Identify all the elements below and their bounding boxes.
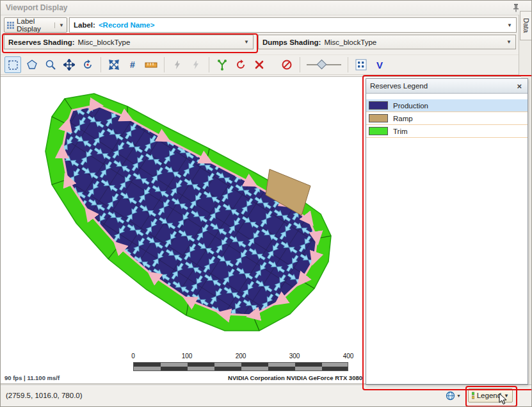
vertices-icon: V [376, 60, 383, 71]
ruler-icon [145, 60, 157, 70]
toolbar-separator [101, 57, 101, 72]
polygon-select-button[interactable] [24, 57, 40, 72]
point-display-button[interactable] [353, 57, 369, 72]
rotate-icon [82, 59, 93, 71]
point-display-icon [355, 59, 367, 71]
refresh-red-icon [235, 59, 246, 71]
delete-x-icon [254, 60, 264, 70]
pin-icon[interactable] [512, 3, 520, 12]
legend-item-label: Ramp [393, 115, 413, 122]
fps-readout: 90 fps | 11.100 ms/f [4, 374, 60, 381]
marquee-select-icon [8, 60, 19, 71]
coordinates-readout: (2759.5, 1016.0, 780.0) [6, 392, 83, 399]
vertices-button[interactable]: V [372, 57, 387, 72]
legend-list: Production Ramp Trim [366, 94, 528, 138]
label-display-button[interactable]: Label Display ▼ [4, 17, 67, 33]
scale-tick: 0 [131, 353, 135, 360]
no-entry-icon [281, 59, 293, 71]
polygon-select-icon [26, 59, 38, 71]
label-display-icon [7, 21, 14, 29]
marquee-select-button[interactable] [4, 56, 21, 73]
rotate-button[interactable] [80, 57, 95, 72]
reserves-shading-prefix: Reserves Shading: [8, 38, 75, 46]
chevron-down-icon: ▼ [503, 39, 512, 45]
dumps-shading-value: Misc_blockType [324, 38, 376, 46]
toolbar-separator [164, 57, 165, 72]
mouse-cursor [499, 393, 508, 406]
link-disabled-button[interactable] [170, 57, 185, 72]
scale-tick: 200 [236, 353, 246, 360]
legend-item-ramp[interactable]: Ramp [366, 112, 528, 125]
color-swatch-production [369, 101, 388, 110]
legend-item-production[interactable]: Production [366, 99, 528, 112]
pan-icon [63, 59, 75, 71]
grid-button[interactable]: # [125, 57, 140, 72]
reserves-legend-title-bar[interactable]: Reserves Legend × [366, 79, 528, 94]
tab-data[interactable]: Data [520, 11, 531, 40]
toolbar-separator [300, 57, 300, 72]
panel-title: Viewport Display [6, 3, 67, 12]
zoom-button[interactable] [43, 57, 58, 72]
reserves-shading-value: Misc_blockType [78, 38, 131, 46]
reserves-shading-combo[interactable]: Reserves Shading: Misc_blockType ▼ [4, 35, 254, 49]
scale-tick: 300 [289, 353, 300, 360]
toolbar-separator [209, 57, 209, 72]
label-combo-prefix: Label: [74, 21, 95, 29]
viewport-display-window: Viewport Display Label Display ▼ Label: … [0, 0, 532, 407]
reserves-legend-title: Reserves Legend [370, 82, 428, 90]
toolbar-separator [348, 57, 348, 72]
chevron-down-icon: ▼ [503, 22, 512, 28]
scale-bar: 0 100 200 300 400 [132, 353, 353, 374]
chevron-down-icon: ▼ [456, 394, 461, 398]
grid-icon: # [130, 60, 135, 70]
scale-tick: 400 [343, 353, 354, 360]
branch-icon [216, 59, 228, 71]
delete-button[interactable] [252, 57, 267, 72]
chevron-down-icon: ▼ [240, 39, 249, 45]
link-disabled-icon [172, 60, 182, 70]
label-display-label: Label Display [17, 17, 54, 33]
chevron-down-icon: ▼ [54, 22, 64, 28]
globe-icon [446, 391, 455, 401]
measure-button[interactable] [143, 57, 159, 72]
reserves-legend-panel: Reserves Legend × Production Ramp Trim [366, 78, 528, 385]
dumps-shading-prefix: Dumps Shading: [262, 38, 321, 46]
scale-bar-segments [133, 362, 348, 371]
legend-item-label: Trim [393, 128, 408, 135]
viewport-toolbar: # V [1, 54, 520, 75]
panel-title-bar: Viewport Display [1, 1, 531, 15]
scale-tick: 100 [182, 353, 193, 360]
legend-button-label: Legend [477, 392, 501, 399]
branch-button[interactable] [214, 57, 230, 72]
zoom-extents-button[interactable] [106, 57, 122, 72]
label-combo[interactable]: Label: <Record Name> ▼ [69, 17, 517, 33]
tab-data-label: Data [522, 18, 530, 33]
gpu-readout: NVIDIA Corporation NVIDIA GeForce RTX 30… [228, 374, 362, 381]
dumps-shading-combo[interactable]: Dumps Shading: Misc_blockType ▼ [258, 35, 516, 49]
zoom-extents-icon [108, 59, 120, 71]
pan-button[interactable] [61, 57, 77, 72]
close-icon[interactable]: × [515, 82, 524, 90]
legend-button-icon [472, 392, 474, 399]
label-combo-value: <Record Name> [99, 21, 155, 29]
legend-item-label: Production [393, 102, 428, 110]
slider-handle[interactable] [317, 60, 327, 70]
coordinate-system-button[interactable]: ▼ [444, 389, 463, 403]
unlink-disabled-button[interactable] [188, 57, 204, 72]
color-swatch-trim [369, 127, 388, 135]
refresh-button[interactable] [233, 57, 248, 72]
no-entry-button[interactable] [279, 57, 294, 72]
zoom-icon [45, 59, 56, 71]
transparency-slider[interactable] [305, 58, 343, 71]
unlink-disabled-icon [191, 60, 201, 70]
color-swatch-ramp [369, 114, 388, 122]
legend-item-trim[interactable]: Trim [366, 125, 528, 138]
